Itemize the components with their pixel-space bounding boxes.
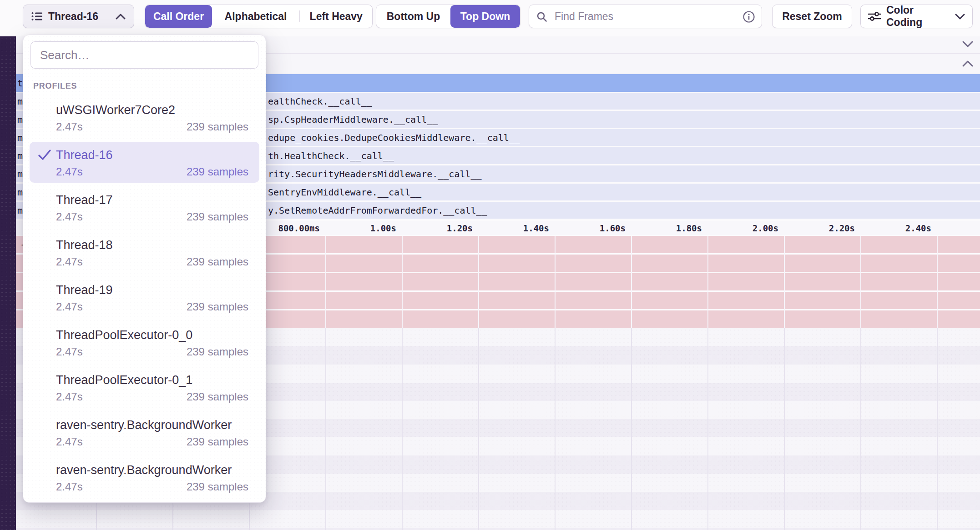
frame-label-truncated: m xyxy=(17,114,23,125)
gridline xyxy=(555,236,556,328)
frame-label: y.SetRemoteAddrFromForwardedFor.__call__ xyxy=(268,205,487,216)
profile-list-item[interactable]: uWSGIWorker7Core2 2.47s 239 samples xyxy=(30,97,259,138)
color-coding-button[interactable]: Color Coding xyxy=(860,5,973,28)
info-icon[interactable] xyxy=(743,10,755,23)
profile-duration: 2.47s xyxy=(56,300,83,313)
profile-list-item-selected[interactable]: Thread-16 2.47s 239 samples xyxy=(30,142,259,183)
frame-label: edupe_cookies.DedupeCookiesMiddleware.__… xyxy=(268,132,520,143)
dropdown-search-input[interactable] xyxy=(31,42,258,68)
frame-label-truncated: m xyxy=(17,132,23,143)
gridline xyxy=(860,328,861,530)
frame-label: th.HealthCheck.__call__ xyxy=(268,150,394,161)
profile-list-item[interactable]: Thread-17 2.47s 239 samples xyxy=(30,187,259,228)
profile-name: Thread-16 xyxy=(56,148,248,162)
profile-duration: 2.47s xyxy=(56,435,83,448)
profile-samples: 239 samples xyxy=(187,165,248,178)
profile-list-item[interactable]: Thread-18 2.47s 239 samples xyxy=(30,232,259,273)
direction-option-top-down[interactable]: Top Down xyxy=(450,5,520,28)
direction-segmented-control: Bottom Up Top Down xyxy=(376,5,520,28)
checkmark-icon xyxy=(38,149,51,161)
chevron-up-icon xyxy=(116,14,126,20)
profile-name: raven-sentry.BackgroundWorker xyxy=(56,418,248,432)
profile-name: ThreadPoolExecutor-0_1 xyxy=(56,373,248,387)
dropdown-search-field xyxy=(30,41,258,69)
profile-list-item[interactable]: ThreadPoolExecutor-0_0 2.47s 239 samples xyxy=(30,322,259,363)
gridline xyxy=(937,328,938,530)
gridline xyxy=(707,236,708,328)
axis-tick-label: 1.40s xyxy=(523,223,549,233)
profile-samples: 239 samples xyxy=(187,210,248,223)
gridline xyxy=(402,328,403,530)
profile-name: Thread-18 xyxy=(56,238,248,252)
thread-selector-label: Thread-16 xyxy=(48,10,110,23)
gridline xyxy=(937,236,938,328)
search-icon xyxy=(536,11,547,22)
gridline xyxy=(860,236,861,328)
gridline xyxy=(555,328,556,530)
profile-duration: 2.47s xyxy=(56,390,83,403)
profile-duration: 2.47s xyxy=(56,480,83,493)
sort-option-call-order[interactable]: Call Order xyxy=(145,5,212,28)
chevron-down-icon xyxy=(955,14,965,20)
profile-name: uWSGIWorker7Core2 xyxy=(56,103,248,117)
chevron-down-icon[interactable] xyxy=(962,40,974,48)
frame-label-truncated: m xyxy=(17,187,23,198)
chevron-up-icon[interactable] xyxy=(962,60,974,67)
profile-samples: 239 samples xyxy=(187,435,248,448)
frame-label-truncated: m xyxy=(17,150,23,161)
profile-name: ThreadPoolExecutor-0_0 xyxy=(56,328,248,342)
frame-label: sp.CspHeaderMiddleware.__call__ xyxy=(268,114,438,125)
profile-samples: 239 samples xyxy=(187,480,248,493)
app-sidebar-strip xyxy=(0,0,16,530)
gridline xyxy=(707,328,708,530)
profiles-section-label: PROFILES xyxy=(33,81,77,91)
frame-label: SentryEnvMiddleware.__call__ xyxy=(268,187,421,198)
sort-option-left-heavy[interactable]: Left Heavy xyxy=(300,5,373,28)
profile-duration: 2.47s xyxy=(56,345,83,358)
gridline xyxy=(402,236,403,328)
reset-zoom-button[interactable]: Reset Zoom xyxy=(772,5,852,28)
frame-label: ealthCheck.__call__ xyxy=(268,96,372,107)
profile-samples: 239 samples xyxy=(187,120,248,133)
profile-samples: 239 samples xyxy=(187,390,248,403)
profile-duration: 2.47s xyxy=(56,210,83,223)
gridline xyxy=(784,328,785,530)
profile-samples: 239 samples xyxy=(187,255,248,268)
frame-label: rity.SecurityHeadersMiddleware.__call__ xyxy=(268,169,482,180)
profiler-toolbar: Thread-16 Call Order Alphabetical Left H… xyxy=(0,0,980,36)
axis-tick-label: 1.00s xyxy=(370,223,396,233)
thread-selector-button[interactable]: Thread-16 xyxy=(23,5,134,28)
profile-duration: 2.47s xyxy=(56,120,83,133)
axis-tick-label: 2.00s xyxy=(753,223,778,233)
profile-list-item[interactable]: raven-sentry.BackgroundWorker 2.47s 239 … xyxy=(30,457,259,498)
profile-name: Thread-17 xyxy=(56,193,248,207)
find-frames-searchbar xyxy=(529,5,762,28)
axis-tick-label: 2.20s xyxy=(829,223,855,233)
sorting-segmented-control: Call Order Alphabetical Left Heavy xyxy=(145,5,373,28)
direction-option-bottom-up[interactable]: Bottom Up xyxy=(376,5,450,28)
profile-duration: 2.47s xyxy=(56,255,83,268)
thread-dropdown-panel: PROFILES uWSGIWorker7Core2 2.47s 239 sam… xyxy=(23,35,266,503)
profile-name: Thread-19 xyxy=(56,283,248,297)
frame-label-truncated: m xyxy=(17,205,23,216)
sliders-icon xyxy=(868,11,881,21)
profile-list-item[interactable]: ThreadPoolExecutor-0_1 2.47s 239 samples xyxy=(30,367,259,408)
gridline xyxy=(325,328,326,530)
reset-zoom-label: Reset Zoom xyxy=(782,10,842,23)
gridline xyxy=(325,236,326,328)
gridline xyxy=(784,236,785,328)
find-frames-input[interactable] xyxy=(529,5,762,28)
profile-samples: 239 samples xyxy=(187,300,248,313)
axis-tick-label: 1.60s xyxy=(600,223,626,233)
axis-tick-label: 1.80s xyxy=(676,223,702,233)
gridline xyxy=(478,328,479,530)
gridline xyxy=(478,236,479,328)
profile-list-item[interactable]: Thread-19 2.47s 239 samples xyxy=(30,277,259,318)
gridline xyxy=(631,236,632,328)
sort-option-alphabetical[interactable]: Alphabetical xyxy=(212,5,299,28)
profile-duration: 2.47s xyxy=(56,165,83,178)
frame-label-truncated: t xyxy=(17,78,23,89)
profile-list-item[interactable]: raven-sentry.BackgroundWorker 2.47s 239 … xyxy=(30,412,259,453)
gridline xyxy=(631,328,632,530)
profile-samples: 239 samples xyxy=(187,345,248,358)
